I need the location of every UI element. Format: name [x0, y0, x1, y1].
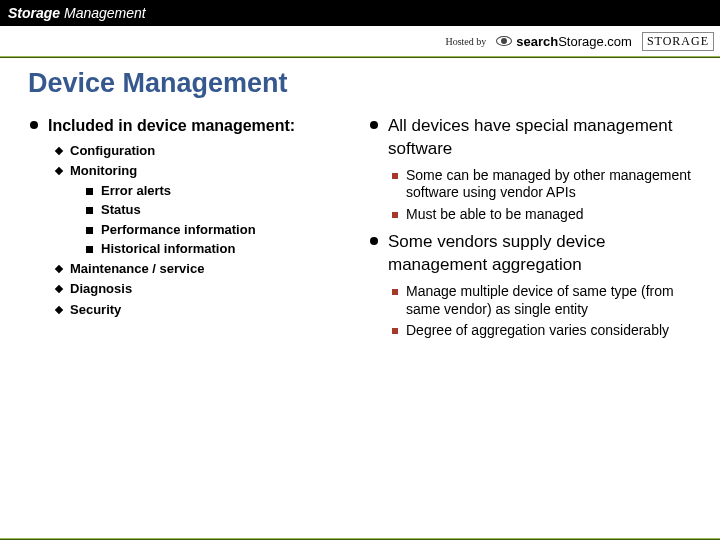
brand-word1: Storage	[8, 5, 60, 21]
subitem-label: Error alerts	[101, 183, 171, 199]
bullet-square-icon	[86, 227, 93, 234]
bullet-square-red-icon	[392, 173, 398, 179]
list-subitem: Manage multiple device of same type (fro…	[392, 283, 702, 318]
page-title: Device Management	[28, 68, 720, 99]
left-heading: Included in device management:	[30, 115, 362, 137]
list-subitem: Historical information	[86, 241, 362, 257]
item-label: Configuration	[70, 143, 155, 159]
bullet-square-icon	[86, 207, 93, 214]
bullet-square-icon	[86, 246, 93, 253]
list-subitem: Status	[86, 202, 362, 218]
left-heading-text: Included in device management:	[48, 115, 295, 137]
subitem-label: Status	[101, 202, 141, 218]
list-item: Configuration	[56, 143, 362, 159]
right-heading-text: All devices have special management soft…	[388, 115, 678, 161]
content-columns: Included in device management: Configura…	[0, 107, 720, 344]
bullet-dot-icon	[30, 121, 38, 129]
list-subitem: Degree of aggregation varies considerabl…	[392, 322, 702, 340]
subitem-label: Performance information	[101, 222, 256, 238]
bullet-diamond-icon	[55, 285, 63, 293]
top-bar: Storage Management	[0, 0, 720, 26]
bullet-dot-icon	[370, 237, 378, 245]
bullet-square-red-icon	[392, 289, 398, 295]
item-label: Monitoring	[70, 163, 137, 179]
bullet-dot-icon	[370, 121, 378, 129]
bullet-square-icon	[86, 188, 93, 195]
left-column: Included in device management: Configura…	[30, 107, 362, 344]
item-label: Diagnosis	[70, 281, 132, 297]
ss-text: searchStorage.com	[516, 34, 632, 49]
bullet-diamond-icon	[55, 265, 63, 273]
bullet-diamond-icon	[55, 167, 63, 175]
brand-word2: Management	[60, 5, 146, 21]
list-item: Maintenance / service	[56, 261, 362, 277]
subitem-label: Must be able to be managed	[406, 206, 583, 224]
right-column: All devices have special management soft…	[370, 107, 702, 344]
list-item: Diagnosis	[56, 281, 362, 297]
bullet-diamond-icon	[55, 146, 63, 154]
right-heading: All devices have special management soft…	[370, 115, 702, 161]
item-label: Security	[70, 302, 121, 318]
right-heading-text: Some vendors supply device management ag…	[388, 231, 678, 277]
storage-badge: STORAGE	[642, 32, 714, 51]
list-item: Security	[56, 302, 362, 318]
list-subitem: Some can be managed by other management …	[392, 167, 702, 202]
subitem-label: Historical information	[101, 241, 235, 257]
brand: Storage Management	[8, 5, 146, 21]
list-item: Monitoring	[56, 163, 362, 179]
item-label: Maintenance / service	[70, 261, 204, 277]
searchstorage-logo: searchStorage.com	[496, 34, 632, 49]
divider-top	[0, 56, 720, 58]
subitem-label: Manage multiple device of same type (fro…	[406, 283, 702, 318]
hosted-row: Hosted by searchStorage.com STORAGE	[0, 26, 720, 56]
hosted-by-label: Hosted by	[445, 36, 486, 47]
bullet-square-red-icon	[392, 212, 398, 218]
subitem-label: Degree of aggregation varies considerabl…	[406, 322, 669, 340]
right-heading: Some vendors supply device management ag…	[370, 231, 702, 277]
list-subitem: Must be able to be managed	[392, 206, 702, 224]
list-subitem: Performance information	[86, 222, 362, 238]
bullet-diamond-icon	[55, 305, 63, 313]
list-subitem: Error alerts	[86, 183, 362, 199]
eye-icon	[496, 36, 512, 46]
subitem-label: Some can be managed by other management …	[406, 167, 702, 202]
bullet-square-red-icon	[392, 328, 398, 334]
